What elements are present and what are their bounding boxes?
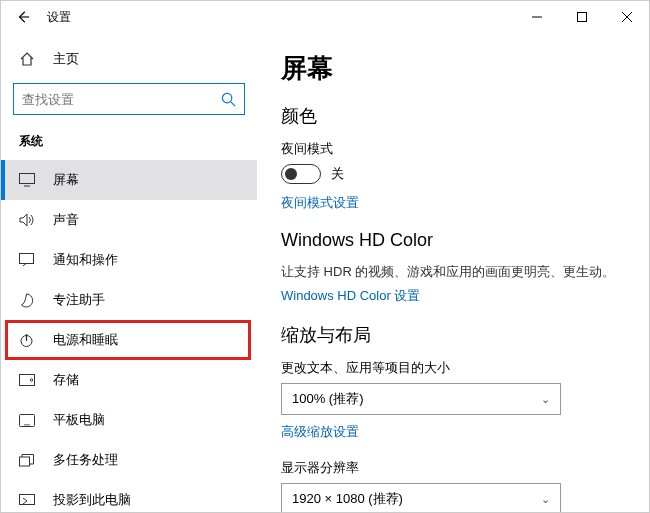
scale-select[interactable]: 100% (推荐) ⌄: [281, 383, 561, 415]
sound-icon: [19, 213, 41, 227]
night-mode-state: 关: [331, 165, 344, 183]
chevron-down-icon: ⌄: [541, 393, 550, 406]
notifications-icon: [19, 253, 41, 267]
focus-icon: [19, 293, 41, 308]
color-heading: 颜色: [281, 104, 625, 128]
search-icon: [221, 92, 236, 107]
main-panel: 屏幕 颜色 夜间模式 关 夜间模式设置 Windows HD Color 让支持…: [257, 33, 649, 512]
maximize-icon: [577, 12, 587, 22]
svg-rect-9: [20, 457, 30, 466]
svg-rect-0: [577, 13, 586, 22]
minimize-icon: [532, 12, 542, 22]
svg-point-6: [30, 379, 32, 381]
sidebar-item-project[interactable]: 投影到此电脑: [1, 480, 257, 512]
sidebar-item-label: 屏幕: [53, 171, 79, 189]
sidebar-item-label: 多任务处理: [53, 451, 118, 469]
hdcolor-heading: Windows HD Color: [281, 230, 625, 251]
svg-rect-3: [20, 254, 34, 264]
sidebar-item-label: 专注助手: [53, 291, 105, 309]
minimize-button[interactable]: [514, 1, 559, 33]
svg-rect-8: [24, 424, 30, 425]
svg-rect-10: [20, 494, 35, 504]
sidebar-item-tablet[interactable]: 平板电脑: [1, 400, 257, 440]
home-label: 主页: [53, 50, 79, 68]
sidebar-item-label: 平板电脑: [53, 411, 105, 429]
window-title: 设置: [47, 9, 71, 26]
page-title: 屏幕: [281, 51, 625, 86]
night-mode-label: 夜间模式: [281, 140, 625, 158]
arrow-left-icon: [16, 10, 30, 24]
back-button[interactable]: [9, 3, 37, 31]
close-button[interactable]: [604, 1, 649, 33]
chevron-down-icon: ⌄: [541, 493, 550, 506]
power-icon: [19, 333, 41, 348]
sidebar-item-power[interactable]: 电源和睡眠: [5, 320, 251, 360]
night-mode-settings-link[interactable]: 夜间模式设置: [281, 194, 625, 212]
sidebar-item-label: 电源和睡眠: [53, 331, 118, 349]
display-icon: [19, 173, 41, 187]
tablet-icon: [19, 414, 41, 427]
storage-icon: [19, 374, 41, 386]
multitask-icon: [19, 454, 41, 467]
close-icon: [622, 12, 632, 22]
night-mode-toggle[interactable]: [281, 164, 321, 184]
hdcolor-link[interactable]: Windows HD Color 设置: [281, 287, 625, 305]
sidebar-item-display[interactable]: 屏幕: [1, 160, 257, 200]
home-icon: [19, 51, 41, 67]
project-icon: [19, 494, 41, 507]
sidebar-item-notifications[interactable]: 通知和操作: [1, 240, 257, 280]
scale-value: 100% (推荐): [292, 390, 364, 408]
scale-label: 更改文本、应用等项目的大小: [281, 359, 625, 377]
svg-point-1: [222, 93, 231, 102]
search-box[interactable]: [13, 83, 245, 115]
maximize-button[interactable]: [559, 1, 604, 33]
section-header: 系统: [1, 129, 257, 160]
sidebar-item-label: 投影到此电脑: [53, 491, 131, 509]
titlebar: 设置: [1, 1, 649, 33]
sidebar-item-label: 存储: [53, 371, 79, 389]
advanced-scale-link[interactable]: 高级缩放设置: [281, 423, 625, 441]
search-input[interactable]: [22, 92, 221, 107]
sidebar-item-label: 通知和操作: [53, 251, 118, 269]
sidebar-item-storage[interactable]: 存储: [1, 360, 257, 400]
resolution-value: 1920 × 1080 (推荐): [292, 490, 403, 508]
hdcolor-desc: 让支持 HDR 的视频、游戏和应用的画面更明亮、更生动。: [281, 263, 625, 281]
sidebar: 主页 系统 屏幕 声音 通知和操作 专注助手 电源和睡眠 存储: [1, 33, 257, 512]
scale-heading: 缩放与布局: [281, 323, 625, 347]
home-link[interactable]: 主页: [1, 41, 257, 77]
sidebar-item-sound[interactable]: 声音: [1, 200, 257, 240]
resolution-select[interactable]: 1920 × 1080 (推荐) ⌄: [281, 483, 561, 512]
sidebar-item-label: 声音: [53, 211, 79, 229]
resolution-label: 显示器分辨率: [281, 459, 625, 477]
sidebar-item-focus[interactable]: 专注助手: [1, 280, 257, 320]
sidebar-item-multitask[interactable]: 多任务处理: [1, 440, 257, 480]
svg-rect-2: [20, 174, 35, 184]
